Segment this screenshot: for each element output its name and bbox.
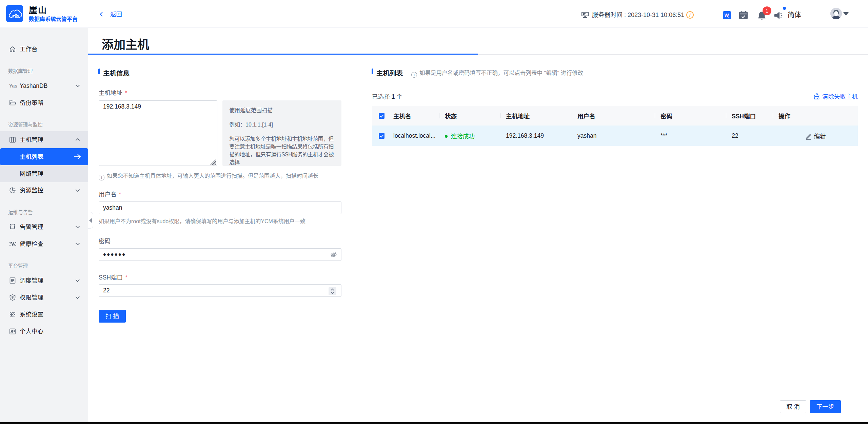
svg-text:W: W: [724, 13, 729, 18]
svg-text:Yas: Yas: [9, 83, 17, 89]
